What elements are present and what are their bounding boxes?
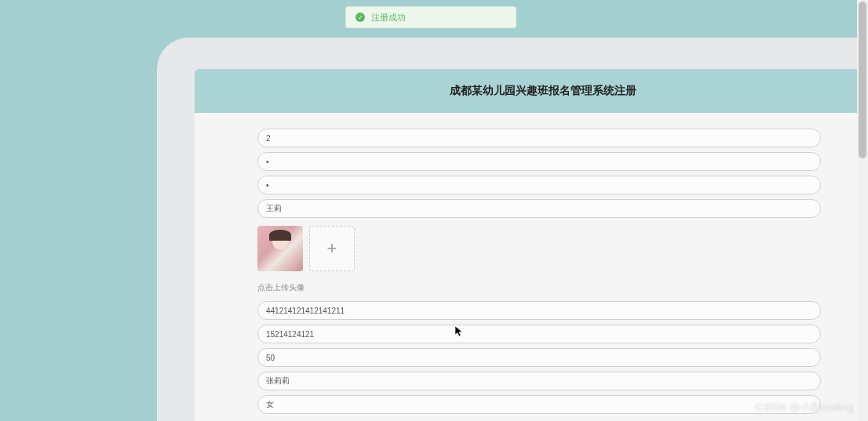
form-body: + 点击上传头像	[195, 113, 868, 421]
check-icon: ✓	[356, 13, 365, 22]
name-input[interactable]	[257, 199, 821, 218]
toast-message: 注册成功	[371, 12, 406, 24]
page-title: 成都某幼儿园兴趣班报名管理系统注册	[450, 84, 636, 98]
age-input[interactable]	[257, 348, 821, 367]
outer-container: 成都某幼儿园兴趣班报名管理系统注册 + 点击上传头像	[157, 38, 868, 421]
id-input[interactable]	[257, 129, 821, 147]
card: 成都某幼儿园兴趣班报名管理系统注册 + 点击上传头像	[195, 69, 868, 421]
header-bar: 成都某幼儿园兴趣班报名管理系统注册	[195, 69, 868, 113]
upload-label: 点击上传头像	[257, 282, 821, 293]
password-confirm-input[interactable]	[257, 176, 821, 194]
scrollbar-thumb[interactable]	[859, 2, 866, 158]
upload-row: +	[257, 226, 821, 271]
phone-input[interactable]	[257, 325, 821, 343]
idcard-input[interactable]	[257, 301, 821, 320]
avatar-preview[interactable]	[257, 226, 303, 271]
watermark: CSDN @小蔡coding	[756, 401, 854, 415]
plus-icon: +	[327, 238, 337, 259]
success-toast: ✓ 注册成功	[345, 6, 516, 28]
scrollbar-track[interactable]	[857, 0, 868, 421]
password-input[interactable]	[257, 152, 821, 171]
upload-button[interactable]: +	[309, 226, 355, 271]
gender-input[interactable]	[257, 395, 821, 414]
child-name-input[interactable]	[257, 372, 821, 390]
